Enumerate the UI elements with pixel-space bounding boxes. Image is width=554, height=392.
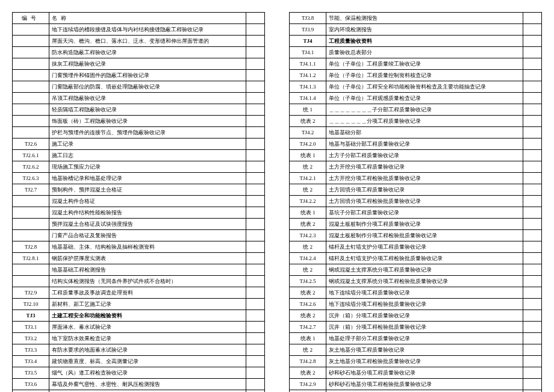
row-check — [523, 58, 542, 70]
table-row: TJ4.2.7沉井（箱）分项工程检验批质量验收记录 — [290, 322, 542, 333]
table-row: 统 2灰土地基分项工程质量验收记录 — [290, 344, 542, 356]
row-name: 室内环境检测报告 — [326, 24, 523, 36]
row-number: TJ3.8 — [290, 13, 326, 24]
row-name: 节能、保温检测报告 — [326, 13, 523, 24]
row-name: 钢或混凝土支撑系统分项工程检验批质量验收记录 — [326, 276, 523, 287]
table-row: 混凝土构件合格证 — [13, 196, 265, 207]
row-check — [523, 367, 542, 379]
table-row: TJ4.1质量验收总表部分 — [290, 47, 542, 58]
table-row: TJ3.1屋面淋水、蓄水试验记录 — [13, 322, 265, 333]
row-number — [13, 207, 49, 219]
row-number: TJ4.1.4 — [290, 93, 326, 104]
row-name: 地下连续墙的槽段接缝及墙体与内衬结构接缝隐蔽工程验收记录 — [49, 24, 246, 36]
table-header-row: 编号 名称 — [13, 13, 265, 24]
row-number: TJ4.2.1 — [290, 173, 326, 184]
table-row: 统表 2混凝土板桩制作分项工程质量验收记录 — [290, 219, 542, 230]
table-row: TJ2.6施工记录 — [13, 138, 265, 150]
table-row: TJ4.1.1单位（子单位）工程质量竣工验收记录 — [290, 58, 542, 70]
table-row: 结构实体检测报告（无同条件养护试件或不合格时） — [13, 276, 265, 287]
row-number: 统表 1 — [290, 150, 326, 161]
row-name: 土方开挖分项工程检验批质量验收记录 — [326, 173, 523, 184]
table-row: 吊顶工程隐蔽验收记录 — [13, 93, 265, 104]
row-check — [246, 24, 265, 36]
table-row: 统表 2＿＿＿＿＿＿＿分项工程质量验收记录 — [290, 116, 542, 127]
row-check — [246, 310, 265, 322]
row-check — [246, 264, 265, 276]
row-name: 烟气（风）道工程检查验收记录 — [49, 367, 246, 379]
row-name: 单位（子单位）工程安全和功能检验资料检查及主要功能抽查记录 — [326, 81, 523, 93]
table-row: 护栏与预埋件的连接节点、预埋件隐蔽验收记录 — [13, 127, 265, 138]
left-column: 编号 名称 地下连续墙的槽段接缝及墙体与内衬结构接缝隐蔽工程验收记录屋面天沟、檐… — [12, 12, 265, 392]
table-row: 屋面天沟、檐沟、檐口、落水口、泛水、变形缝和伸出屋面管道的 — [13, 36, 265, 47]
row-number: 统 2 — [290, 344, 326, 356]
row-number — [13, 70, 49, 81]
table-row: 门窗预埋件和锚固件的隐蔽工程验收记录 — [13, 70, 265, 81]
table-row: TJ3.3有防水要求的地面蓄水试验记录 — [13, 344, 265, 356]
row-check — [246, 207, 265, 219]
row-check — [523, 390, 542, 393]
row-check — [246, 36, 265, 47]
row-number: 统表 2 — [290, 390, 326, 393]
row-number: TJ2.6.2 — [13, 161, 49, 173]
row-name: 土方回填分项工程检验批质量验收记录 — [326, 196, 523, 207]
row-check — [246, 173, 265, 184]
row-name: 饰面板（砖）工程隐蔽验收记录 — [49, 116, 246, 127]
table-row: 统表 1基坑子分部工程质量验收记录 — [290, 207, 542, 219]
table-row: TJ3.8节能、保温检测报告 — [290, 13, 542, 24]
table-row: TJ4.1.2单位（子单位）工程质量控制资料核查记录 — [290, 70, 542, 81]
table-row: 统表 2砂和砂石地基分项工程质量验收记录 — [290, 367, 542, 379]
row-check — [246, 356, 265, 367]
row-number: TJ2.9 — [13, 287, 49, 299]
row-check — [246, 253, 265, 264]
row-number: 统 2 — [290, 264, 326, 276]
row-number: 统 1 — [290, 104, 326, 116]
row-name: 灰土地基分项工程检验批质量验收记录 — [326, 356, 523, 367]
table-row: 统 2钢或混凝土支撑系统分项工程质量验收记录 — [290, 264, 542, 276]
table-row: TJ4.2地基基础分部 — [290, 127, 542, 138]
row-name: 沉井（箱）分项工程检验批质量验收记录 — [326, 322, 523, 333]
row-check — [246, 276, 265, 287]
row-number: 统表 2 — [290, 367, 326, 379]
row-number: TJ4.2.9 — [290, 379, 326, 390]
row-check — [246, 241, 265, 253]
row-check — [246, 127, 265, 138]
row-check — [246, 390, 265, 393]
row-name: 幕墙及外窗气密性、水密性、耐风压检测报告 — [49, 379, 246, 390]
row-check — [246, 70, 265, 81]
row-number — [13, 230, 49, 241]
row-name: ＿＿＿＿＿＿＿＿子分部工程质量验收记录 — [326, 104, 523, 116]
row-number: TJ4.2 — [290, 127, 326, 138]
header-number: 编号 — [13, 13, 49, 24]
table-row: TJ3.2地下室防水效果检查记录 — [13, 333, 265, 344]
row-name: 有防水要求的地面蓄水试验记录 — [49, 344, 246, 356]
row-number: TJ4.2.0 — [290, 138, 326, 150]
row-name: 混凝土板桩制作分项工程质量验收记录 — [326, 219, 523, 230]
row-name: 锚杆及土钉墙支护分项工程检验批质量验收记录 — [326, 253, 523, 264]
row-number: TJ2.10 — [13, 299, 49, 310]
row-number: TJ4.2.7 — [290, 322, 326, 333]
row-name: 门窗产品合格证及复验报告 — [49, 230, 246, 241]
row-check — [523, 13, 542, 24]
row-number: TJ4.2.8 — [290, 356, 326, 367]
row-number — [13, 24, 49, 36]
row-number — [13, 47, 49, 58]
right-table: TJ3.8节能、保温检测报告TJ3.9室内环境检测报告TJ4工程质量验收资料TJ… — [289, 12, 542, 392]
row-name: 地基基础工程检测报告 — [49, 264, 246, 276]
row-name: 灰土地基分项工程质量验收记录 — [326, 344, 523, 356]
row-number: 统表 2 — [290, 116, 326, 127]
row-check — [246, 287, 265, 299]
table-row: 地下连续墙的槽段接缝及墙体与内衬结构接缝隐蔽工程验收记录 — [13, 24, 265, 36]
row-name: 防水构造隐蔽工程验收记录 — [49, 47, 246, 58]
table-row: TJ4.2.5钢或混凝土支撑系统分项工程检验批质量验收记录 — [290, 276, 542, 287]
left-table: 编号 名称 地下连续墙的槽段接缝及墙体与内衬结构接缝隐蔽工程验收记录屋面天沟、檐… — [12, 12, 265, 392]
row-check — [246, 379, 265, 390]
table-row: TJ4.2.4锚杆及土钉墙支护分项工程检验批质量验收记录 — [290, 253, 542, 264]
table-row: TJ2.10新材料、新工艺施工记录 — [13, 299, 265, 310]
row-number: TJ4.1 — [290, 47, 326, 58]
row-number — [13, 276, 49, 287]
row-check — [523, 276, 542, 287]
row-name: 地基与基础分部工程质量验收记录 — [326, 138, 523, 150]
table-row: TJ4.2.3混凝土板桩制作分项工程检验批质量验收记录 — [290, 230, 542, 241]
table-row: 统 2锚杆及土钉墙支护分项工程质量验收记录 — [290, 241, 542, 253]
row-check — [523, 219, 542, 230]
